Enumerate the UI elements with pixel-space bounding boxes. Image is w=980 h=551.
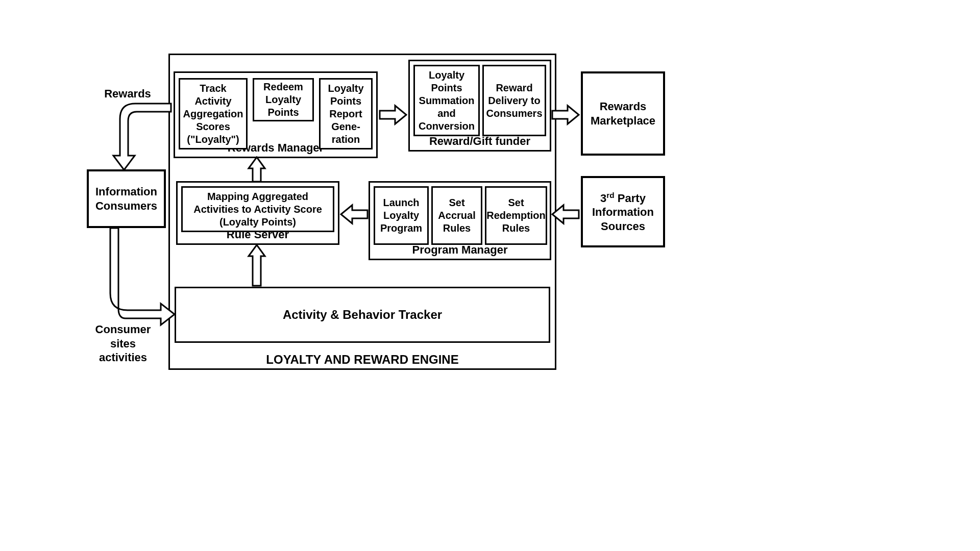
track-activity-box: Track Activity Aggregation Scores ("Loya… [179,78,248,149]
rewards-marketplace-box: Rewards Marketplace [581,71,665,156]
arrow-right-icon [380,102,407,128]
launch-program-box: Launch Loyalty Program [374,186,429,245]
redeem-points-box: Redeem Loyalty Points [253,78,314,121]
svg-marker-3 [552,205,579,223]
activity-tracker-box: Activity & Behavior Tracker [175,287,550,343]
svg-marker-4 [249,157,265,182]
arrow-up-icon [247,157,267,183]
arrow-left-icon [341,202,369,227]
report-gen-box: Loyalty Points Report Gene-ration [319,78,373,149]
diagram-stage: LOYALTY AND REWARD ENGINE Rewards Manage… [0,0,980,551]
summation-box: Loyalty Points Summation and Conversion [413,65,480,136]
arrow-curved-right-icon [107,227,176,324]
info-consumers-box: Information Consumers [87,169,166,228]
third-party-text: 3rd Party Information Sources [586,190,660,234]
rewards-label: Rewards [97,87,158,101]
svg-marker-0 [380,106,406,124]
delivery-box: Reward Delivery to Consumers [482,65,546,136]
accrual-rules-box: Set Accrual Rules [431,186,482,245]
arrow-right-icon [552,102,580,128]
arrow-left-icon [552,202,580,227]
arrow-curved-down-icon [107,99,174,173]
svg-marker-1 [552,106,579,124]
third-party-sources-box: 3rd Party Information Sources [581,176,665,247]
engine-title: LOYALTY AND REWARD ENGINE [168,352,556,367]
consumer-sites-label: Consumer sites activities [90,322,156,365]
svg-marker-2 [341,205,368,223]
svg-marker-5 [249,245,265,286]
redemption-rules-box: Set Redemption Rules [485,186,547,245]
mapping-box: Mapping Aggregated Activities to Activit… [181,186,334,232]
arrow-up-icon [247,245,267,287]
